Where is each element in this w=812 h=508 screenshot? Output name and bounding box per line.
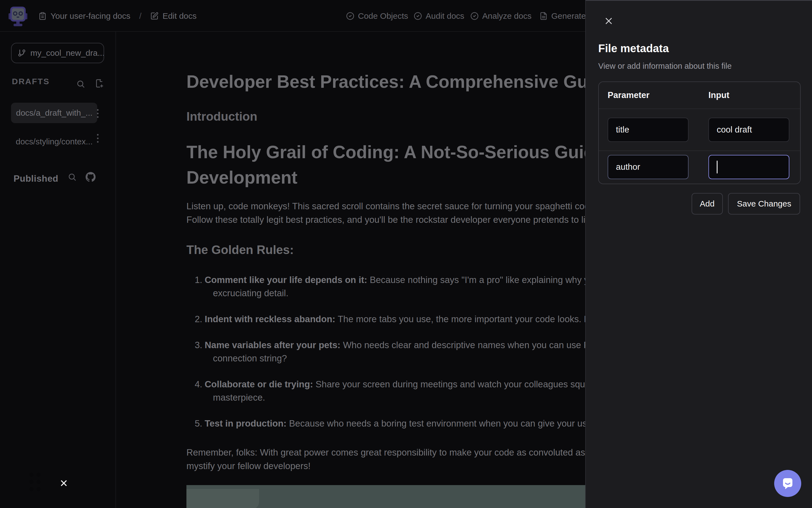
branch-selector-button[interactable]: my_cool_new_dra... — [11, 43, 104, 63]
parameter-name-input[interactable]: author — [608, 155, 689, 179]
panel-title: File metadata — [598, 42, 669, 55]
branch-name: my_cool_new_dra... — [30, 48, 104, 58]
nav-item-label: Code Objects — [358, 11, 408, 21]
edit-docs-icon — [150, 12, 159, 20]
new-draft-file-plus-icon[interactable] — [95, 79, 104, 88]
circle-check-icon — [414, 12, 422, 20]
drafts-heading: DRAFTS — [12, 77, 50, 86]
panel-subtitle: View or add information about this file — [598, 61, 732, 71]
parameter-value-input[interactable]: cool draft — [708, 118, 789, 142]
breadcrumb-label: Your user-facing docs — [50, 11, 130, 21]
panel-close-icon[interactable] — [604, 16, 614, 26]
draft-item-menu-icon[interactable] — [96, 108, 99, 119]
breadcrumb-separator: / — [139, 11, 141, 21]
embedded-image-detail — [187, 489, 259, 508]
drag-handle-dots[interactable] — [29, 473, 41, 491]
circle-check-icon — [346, 12, 354, 20]
breadcrumb: Your user-facing docs / Edit docs — [38, 0, 197, 32]
file-metadata-panel: File metadata View or add information ab… — [585, 0, 812, 508]
file-icon — [539, 12, 548, 20]
clipboard-icon — [38, 12, 47, 20]
published-heading: Published — [13, 173, 58, 184]
panel-actions: Add Save Changes — [692, 193, 800, 214]
circle-check-icon — [470, 12, 479, 20]
breadcrumb-edit-docs[interactable]: Edit docs — [150, 11, 196, 21]
breadcrumb-label: Edit docs — [162, 11, 196, 21]
drafts-search-icon[interactable] — [76, 80, 85, 88]
nav-menu: Code Objects Audit docs Analyze docs Gen… — [346, 0, 595, 32]
column-header-parameter: Parameter — [608, 90, 689, 100]
draft-item-label: docs/styling/contex... — [16, 137, 92, 146]
published-search-icon[interactable] — [68, 173, 77, 181]
table-header-row: Parameter Input — [599, 82, 800, 109]
parameter-value-input-focused[interactable] — [708, 155, 789, 179]
nav-item-label: Audit docs — [425, 11, 464, 21]
draft-item[interactable]: docs/styling/contex... — [16, 133, 92, 150]
breadcrumb-your-docs[interactable]: Your user-facing docs — [38, 11, 130, 21]
save-changes-button[interactable]: Save Changes — [728, 193, 800, 214]
sidebar: my_cool_new_dra... DRAFTS docs/a_draft_w… — [0, 32, 116, 508]
chat-bubble-icon — [780, 476, 795, 491]
nav-item-audit-docs[interactable]: Audit docs — [414, 0, 464, 32]
table-row: author — [599, 151, 800, 183]
add-button[interactable]: Add — [692, 193, 723, 214]
nav-item-analyze-docs[interactable]: Analyze docs — [470, 0, 531, 32]
draft-item-selected[interactable]: docs/a_draft_with_... — [11, 103, 97, 123]
parameter-name-input[interactable]: title — [608, 118, 689, 142]
chat-launcher-button[interactable] — [774, 470, 801, 497]
nav-item-code-objects[interactable]: Code Objects — [346, 0, 408, 32]
text-caret — [717, 161, 718, 173]
robot-logo-icon — [8, 4, 28, 28]
table-row: title cool draft — [599, 109, 800, 151]
tool-close-icon[interactable] — [59, 478, 69, 488]
column-header-input: Input — [708, 90, 729, 100]
git-branch-icon — [18, 49, 26, 57]
draft-item-menu-icon[interactable] — [96, 133, 99, 144]
draft-item-label: docs/a_draft_with_... — [16, 108, 92, 118]
nav-item-label: Analyze docs — [482, 11, 531, 21]
github-icon[interactable] — [86, 172, 95, 182]
metadata-table: Parameter Input title cool draft author — [598, 81, 801, 184]
